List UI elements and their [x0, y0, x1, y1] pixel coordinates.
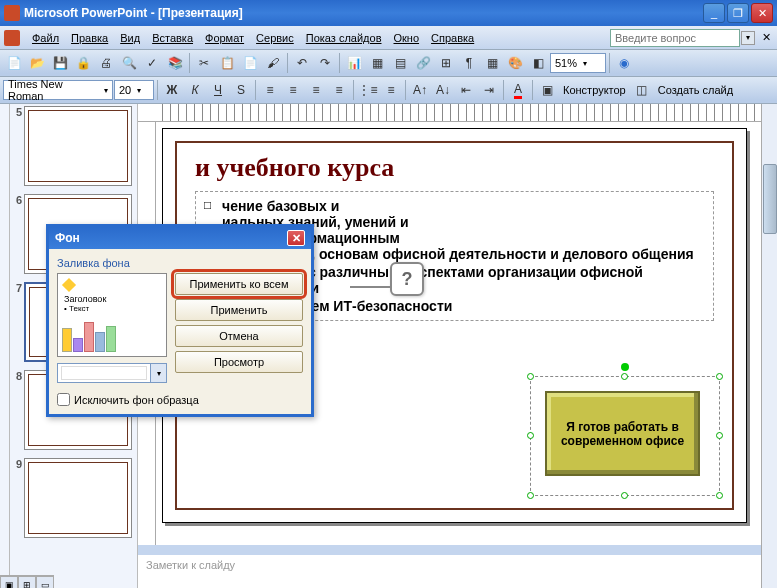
- chart-icon[interactable]: 📊: [343, 52, 365, 74]
- undo-icon[interactable]: ↶: [291, 52, 313, 74]
- bullets-icon[interactable]: ≡: [380, 79, 402, 101]
- help-search-input[interactable]: [610, 29, 740, 47]
- sorter-view-button[interactable]: ⊞: [18, 576, 36, 588]
- cancel-button[interactable]: Отмена: [175, 325, 303, 347]
- new-slide-icon[interactable]: ◫: [631, 79, 653, 101]
- grid-icon[interactable]: ▦: [481, 52, 503, 74]
- print-preview-icon[interactable]: 🔍: [118, 52, 140, 74]
- justify-icon[interactable]: ≡: [328, 79, 350, 101]
- designer-button[interactable]: Конструктор: [559, 84, 630, 96]
- show-formatting-icon[interactable]: ¶: [458, 52, 480, 74]
- decrease-indent-icon[interactable]: ⇤: [455, 79, 477, 101]
- align-center-icon[interactable]: ≡: [282, 79, 304, 101]
- view-buttons: ▣ ⊞ ▭: [10, 575, 54, 588]
- increase-indent-icon[interactable]: ⇥: [478, 79, 500, 101]
- redo-icon[interactable]: ↷: [314, 52, 336, 74]
- underline-button[interactable]: Ч: [207, 79, 229, 101]
- dialog-titlebar[interactable]: Фон ✕: [49, 227, 311, 249]
- spelling-icon[interactable]: ✓: [141, 52, 163, 74]
- menu-format[interactable]: Формат: [199, 30, 250, 46]
- maximize-button[interactable]: ❐: [727, 3, 749, 23]
- resize-handle[interactable]: [621, 492, 628, 499]
- size-combo[interactable]: 20▾: [114, 80, 154, 100]
- menu-file[interactable]: Файл: [26, 30, 65, 46]
- shadow-button[interactable]: S: [230, 79, 252, 101]
- normal-view-button[interactable]: ▣: [10, 576, 18, 588]
- resize-handle[interactable]: [621, 373, 628, 380]
- background-preview: Заголовок • Текст: [57, 273, 167, 357]
- background-dialog: Фон ✕ Заливка фона Заголовок • Текст: [46, 224, 314, 417]
- dropdown-icon[interactable]: ▾: [741, 31, 755, 45]
- slideshow-view-button[interactable]: ▭: [36, 576, 54, 588]
- menu-edit[interactable]: Правка: [65, 30, 114, 46]
- color-icon[interactable]: 🎨: [504, 52, 526, 74]
- design-icon[interactable]: ▣: [536, 79, 558, 101]
- formatting-toolbar: Times New Roman▾ 20▾ Ж К Ч S ≡ ≡ ≡ ≡ ⋮≡ …: [0, 77, 777, 104]
- dialog-close-button[interactable]: ✕: [287, 230, 305, 246]
- slide-title[interactable]: и учебного курса: [195, 153, 714, 183]
- preview-heading: Заголовок: [64, 294, 160, 304]
- decrease-font-icon[interactable]: A↓: [432, 79, 454, 101]
- menu-help[interactable]: Справка: [425, 30, 480, 46]
- paste-icon[interactable]: 📄: [239, 52, 261, 74]
- new-slide-button[interactable]: Создать слайд: [654, 84, 737, 96]
- permissions-icon[interactable]: 🔒: [72, 52, 94, 74]
- grayscale-icon[interactable]: ◧: [527, 52, 549, 74]
- format-painter-icon[interactable]: 🖌: [262, 52, 284, 74]
- resize-handle[interactable]: [527, 373, 534, 380]
- resize-handle[interactable]: [716, 432, 723, 439]
- font-color-icon[interactable]: A: [507, 79, 529, 101]
- bevel-shape[interactable]: Я готов работать в современном офисе: [545, 391, 700, 476]
- font-combo[interactable]: Times New Roman▾: [3, 80, 113, 100]
- doc-close-button[interactable]: ✕: [759, 31, 773, 45]
- menu-view[interactable]: Вид: [114, 30, 146, 46]
- new-icon[interactable]: 📄: [3, 52, 25, 74]
- slide-thumbnail[interactable]: [24, 106, 132, 186]
- selected-shape-frame[interactable]: Я готов работать в современном офисе: [530, 376, 720, 496]
- menu-insert[interactable]: Вставка: [146, 30, 199, 46]
- align-right-icon[interactable]: ≡: [305, 79, 327, 101]
- outline-tab-strip[interactable]: [0, 104, 10, 588]
- menu-tools[interactable]: Сервис: [250, 30, 300, 46]
- dropdown-icon[interactable]: ▾: [150, 364, 166, 382]
- menu-window[interactable]: Окно: [388, 30, 426, 46]
- help-icon[interactable]: ◉: [613, 52, 635, 74]
- resize-handle[interactable]: [716, 373, 723, 380]
- apply-button[interactable]: Применить: [175, 299, 303, 321]
- fill-swatch: [61, 366, 147, 380]
- expand-icon[interactable]: ⊞: [435, 52, 457, 74]
- save-icon[interactable]: 💾: [49, 52, 71, 74]
- bold-button[interactable]: Ж: [161, 79, 183, 101]
- checkbox-input[interactable]: [57, 393, 70, 406]
- rotation-handle-icon[interactable]: [621, 363, 629, 371]
- scrollbar-thumb[interactable]: [763, 164, 777, 234]
- slide-thumbnail[interactable]: [24, 458, 132, 538]
- align-left-icon[interactable]: ≡: [259, 79, 281, 101]
- fill-color-combo[interactable]: ▾: [57, 363, 167, 383]
- thumb-number: 5: [12, 106, 24, 186]
- resize-handle[interactable]: [527, 492, 534, 499]
- numbering-icon[interactable]: ⋮≡: [357, 79, 379, 101]
- preview-button[interactable]: Просмотр: [175, 351, 303, 373]
- table-icon[interactable]: ▦: [366, 52, 388, 74]
- section-label: Заливка фона: [57, 257, 303, 269]
- minimize-button[interactable]: _: [703, 3, 725, 23]
- italic-button[interactable]: К: [184, 79, 206, 101]
- resize-handle[interactable]: [527, 432, 534, 439]
- print-icon[interactable]: 🖨: [95, 52, 117, 74]
- open-icon[interactable]: 📂: [26, 52, 48, 74]
- exclude-master-checkbox[interactable]: Исключить фон образца: [57, 393, 303, 406]
- menu-slideshow[interactable]: Показ слайдов: [300, 30, 388, 46]
- close-button[interactable]: ✕: [751, 3, 773, 23]
- vertical-scrollbar[interactable]: [761, 104, 777, 588]
- zoom-combo[interactable]: 51%▾: [550, 53, 606, 73]
- research-icon[interactable]: 📚: [164, 52, 186, 74]
- hyperlink-icon[interactable]: 🔗: [412, 52, 434, 74]
- notes-pane[interactable]: Заметки к слайду: [138, 551, 761, 588]
- increase-font-icon[interactable]: A↑: [409, 79, 431, 101]
- copy-icon[interactable]: 📋: [216, 52, 238, 74]
- cut-icon[interactable]: ✂: [193, 52, 215, 74]
- resize-handle[interactable]: [716, 492, 723, 499]
- apply-to-all-button[interactable]: Применить ко всем: [175, 273, 303, 295]
- tables-borders-icon[interactable]: ▤: [389, 52, 411, 74]
